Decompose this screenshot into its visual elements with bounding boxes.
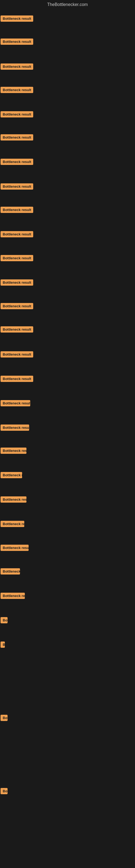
bottleneck-item[interactable]: Bottleneck result — [1, 617, 8, 624]
bottleneck-item[interactable]: Bottleneck result — [1, 376, 33, 383]
bottleneck-badge: Bottleneck result — [1, 545, 29, 551]
bottleneck-badge: Bottleneck result — [1, 183, 33, 190]
bottleneck-item[interactable]: Bottleneck result — [1, 472, 22, 479]
bottleneck-item[interactable]: Bottleneck result — [1, 642, 5, 649]
bottleneck-badge: Bottleneck result — [1, 38, 33, 45]
bottleneck-item[interactable]: Bottleneck result — [1, 279, 33, 287]
bottleneck-badge: Bottleneck result — [1, 472, 22, 478]
bottleneck-badge: Bottleneck result — [1, 400, 30, 406]
bottleneck-item[interactable]: Bottleneck result — [1, 183, 33, 191]
bottleneck-badge: Bottleneck result — [1, 715, 8, 721]
bottleneck-item[interactable]: Bottleneck result — [1, 111, 33, 119]
bottleneck-badge: Bottleneck result — [1, 111, 33, 118]
bottleneck-badge: Bottleneck result — [1, 207, 33, 213]
bottleneck-item[interactable]: Bottleneck result — [1, 447, 27, 455]
bottleneck-item[interactable]: Bottleneck result — [1, 496, 27, 504]
bottleneck-badge: Bottleneck result — [1, 255, 33, 261]
bottleneck-item[interactable]: Bottleneck result — [1, 521, 24, 528]
bottleneck-item[interactable]: Bottleneck result — [1, 326, 33, 334]
bottleneck-badge: Bottleneck result — [1, 496, 27, 503]
bottleneck-badge: Bottleneck result — [1, 376, 33, 382]
bottleneck-item[interactable]: Bottleneck result — [1, 255, 33, 262]
bottleneck-badge: Bottleneck result — [1, 447, 27, 454]
bottleneck-item[interactable]: Bottleneck result — [1, 38, 33, 46]
bottleneck-badge: Bottleneck result — [1, 279, 33, 286]
bottleneck-badge: Bottleneck result — [1, 63, 33, 70]
bottleneck-item[interactable]: Bottleneck result — [1, 400, 30, 407]
bottleneck-badge: Bottleneck result — [1, 521, 24, 527]
bottleneck-badge: Bottleneck result — [1, 159, 33, 165]
bottleneck-badge: Bottleneck result — [1, 425, 29, 431]
bottleneck-item[interactable]: Bottleneck result — [1, 425, 29, 432]
bottleneck-badge: Bottleneck result — [1, 788, 8, 794]
bottleneck-badge: Bottleneck result — [1, 303, 33, 309]
bottleneck-badge: Bottleneck result — [1, 642, 5, 648]
bottleneck-badge: Bottleneck result — [1, 351, 33, 358]
bottleneck-item[interactable]: Bottleneck result — [1, 568, 20, 576]
bottleneck-item[interactable]: Bottleneck result — [1, 63, 33, 71]
bottleneck-item[interactable]: Bottleneck result — [1, 87, 33, 94]
bottleneck-item[interactable]: Bottleneck result — [1, 788, 8, 795]
site-title: TheBottlenecker.com — [0, 0, 135, 9]
bottleneck-item[interactable]: Bottleneck result — [1, 545, 29, 552]
bottleneck-badge: Bottleneck result — [1, 16, 33, 22]
bottleneck-item[interactable]: Bottleneck result — [1, 159, 33, 166]
bottleneck-item[interactable]: Bottleneck result — [1, 134, 33, 142]
bottleneck-badge: Bottleneck result — [1, 231, 33, 237]
bottleneck-item[interactable]: Bottleneck result — [1, 207, 33, 214]
bottleneck-item[interactable]: Bottleneck result — [1, 593, 25, 600]
bottleneck-badge: Bottleneck result — [1, 326, 33, 333]
bottleneck-item[interactable]: Bottleneck result — [1, 715, 8, 722]
bottleneck-badge: Bottleneck result — [1, 568, 20, 575]
bottleneck-item[interactable]: Bottleneck result — [1, 231, 33, 239]
bottleneck-badge: Bottleneck result — [1, 134, 33, 141]
bottleneck-item[interactable]: Bottleneck result — [1, 351, 33, 359]
bottleneck-badge: Bottleneck result — [1, 593, 25, 599]
bottleneck-badge: Bottleneck result — [1, 617, 8, 623]
bottleneck-item[interactable]: Bottleneck result — [1, 303, 33, 310]
bottleneck-item[interactable]: Bottleneck result — [1, 16, 33, 23]
bottleneck-badge: Bottleneck result — [1, 87, 33, 93]
